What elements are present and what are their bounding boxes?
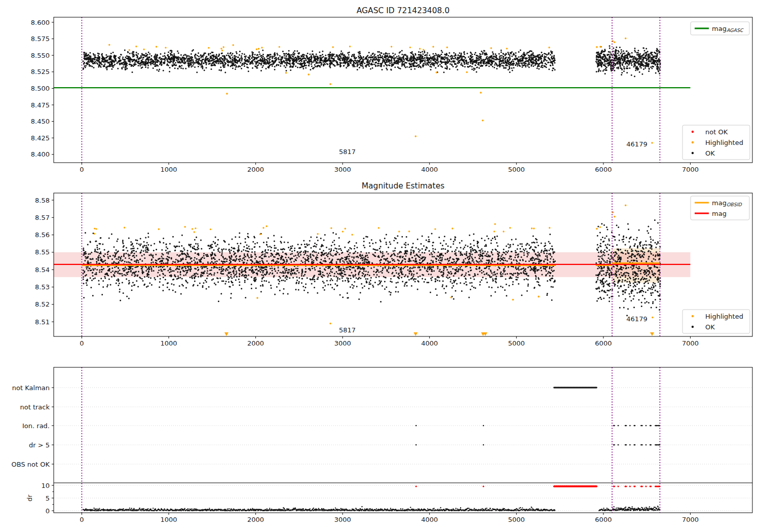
x-tick-label: 7000	[682, 516, 699, 523]
x-tick-label: 7000	[682, 339, 699, 347]
annotation-obsid-5817: 5817	[339, 326, 356, 334]
y-tick-label: 8.400	[31, 150, 50, 158]
scatter-ok-cluster-1	[596, 46, 661, 77]
y-tick-label: 8.500	[31, 85, 50, 92]
legend-label: OK	[705, 149, 715, 157]
annotation-obsid-46179: 46179	[626, 140, 647, 148]
legend-label: Highlighted	[705, 139, 743, 146]
plot-border	[54, 367, 752, 513]
below-range-triangle	[413, 332, 417, 336]
x-tick-label: 6000	[595, 339, 612, 347]
x-tick-label: 3000	[334, 516, 351, 523]
y-tick-label: 8.55	[35, 248, 50, 256]
outlier-points-highlighted	[227, 39, 652, 143]
dr-series-1	[599, 508, 612, 511]
x-tick-label: 5000	[508, 339, 525, 347]
y-tick-label: 8.51	[35, 318, 50, 326]
dr-series-2	[612, 506, 660, 510]
x-tick-label: 4000	[421, 339, 438, 347]
scatter-highlighted-cluster-2	[94, 224, 549, 235]
below-range-triangle	[224, 332, 229, 336]
magnitude-estimates-plot: 581746179010002000300040005000600070008.…	[35, 193, 752, 347]
dr-series-0	[83, 507, 555, 511]
y-tick-label: 8.58	[35, 197, 50, 204]
y-tick-label: 8.54	[35, 266, 50, 274]
below-range-triangle	[650, 332, 654, 336]
category-label-not-track: not track	[20, 403, 50, 411]
x-tick-label: 0	[80, 166, 84, 173]
y-tick-label: 8.600	[31, 19, 50, 26]
dr-tick-label: 5	[46, 495, 50, 502]
x-tick-label: 4000	[421, 516, 438, 523]
matplotlib-figure: AGASC ID 721423408.0 Magnitude Estimates…	[0, 0, 760, 532]
legend-1: not OKHighlightedOK	[682, 125, 750, 160]
plot-border	[54, 17, 752, 163]
x-tick-label: 1000	[160, 516, 177, 523]
legend-dot-sample	[692, 131, 694, 133]
y-tick-label: 8.425	[31, 134, 50, 142]
legend-dot-sample	[692, 326, 694, 328]
scatter-ok-cluster-0	[83, 50, 555, 72]
agasc-mag-plot: 581746179010002000300040005000600070008.…	[31, 17, 752, 173]
legend-0: magAGASC	[691, 22, 749, 35]
x-tick-label: 0	[80, 516, 84, 523]
legend-0: magOBSIDmag	[691, 196, 749, 220]
dr-tick-label: 10	[41, 482, 50, 489]
x-tick-label: 2000	[247, 339, 264, 347]
x-tick-label: 2000	[247, 166, 264, 173]
x-tick-label: 2000	[247, 516, 264, 523]
x-tick-label: 0	[80, 339, 84, 347]
y-axis-label-dr: dr	[26, 495, 33, 502]
x-tick-label: 3000	[334, 339, 351, 347]
y-tick-label: 8.575	[31, 35, 50, 43]
legend-dot-sample	[692, 152, 694, 154]
x-tick-label: 6000	[595, 166, 612, 173]
x-tick-label: 1000	[160, 166, 177, 173]
y-tick-label: 8.450	[31, 118, 50, 125]
y-tick-label: 8.525	[31, 68, 50, 75]
figure-canvas: 581746179010002000300040005000600070008.…	[0, 0, 760, 532]
category-label-dr-5: dr > 5	[29, 441, 50, 449]
x-tick-label: 7000	[682, 166, 699, 173]
annotation-obsid-46179: 46179	[626, 315, 647, 323]
category-label-not-Kalman: not Kalman	[12, 384, 50, 392]
category-label-Ion-rad-: Ion. rad.	[22, 422, 50, 430]
scatter-highlighted-cluster-2	[109, 45, 549, 51]
x-tick-label: 3000	[334, 166, 351, 173]
legend-label: OK	[705, 323, 715, 331]
x-tick-label: 5000	[508, 166, 525, 173]
y-tick-label: 8.52	[35, 300, 50, 308]
x-tick-label: 6000	[595, 516, 612, 523]
legend-dot-sample	[692, 315, 694, 317]
x-tick-label: 1000	[160, 339, 177, 347]
legend-1: HighlightedOK	[682, 310, 750, 333]
legend-label: Highlighted	[705, 313, 743, 320]
x-tick-label: 5000	[508, 516, 525, 523]
dr-tick-label: 0	[46, 507, 50, 515]
y-tick-label: 8.550	[31, 52, 50, 59]
y-tick-label: 8.475	[31, 101, 50, 109]
y-tick-label: 8.56	[35, 231, 50, 239]
legend-label: not OK	[705, 128, 728, 136]
legend-label: mag	[712, 210, 727, 217]
annotation-obsid-5817: 5817	[339, 148, 356, 156]
y-tick-label: 8.53	[35, 283, 50, 291]
legend-dot-sample	[692, 141, 694, 143]
category-label-OBS-not-OK: OBS not OK	[12, 461, 50, 468]
flags-dr-plot: 01000200030004000500060007000not Kalmann…	[12, 367, 753, 523]
y-tick-label: 8.57	[35, 214, 50, 221]
x-tick-label: 4000	[421, 166, 438, 173]
